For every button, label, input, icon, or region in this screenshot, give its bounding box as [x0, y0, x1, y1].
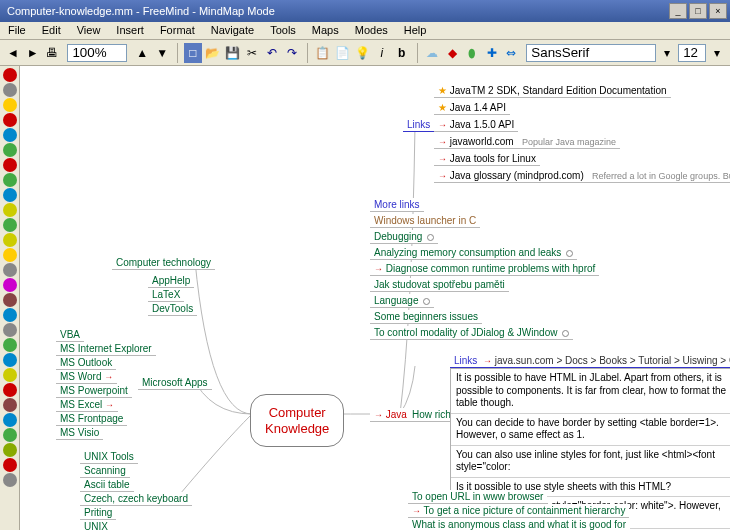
menu-format[interactable]: Format	[152, 22, 203, 39]
back-icon[interactable]: ◄	[4, 43, 22, 63]
side-icon-20[interactable]	[3, 368, 17, 382]
side-icon-11[interactable]	[3, 233, 17, 247]
print-icon[interactable]: 🖶	[44, 43, 62, 63]
menu-file[interactable]: File	[0, 22, 34, 39]
side-icon-0[interactable]	[3, 68, 17, 82]
node-item[interactable]: AppHelp	[148, 274, 194, 288]
side-icon-10[interactable]	[3, 218, 17, 232]
node-item[interactable]: Czech, czech keyboard	[80, 492, 192, 506]
menu-view[interactable]: View	[69, 22, 109, 39]
side-icon-22[interactable]	[3, 398, 17, 412]
node-item[interactable]: UNIX	[80, 520, 112, 530]
node-item[interactable]: Priting	[80, 506, 116, 520]
side-icon-18[interactable]	[3, 338, 17, 352]
side-icon-19[interactable]	[3, 353, 17, 367]
font-select[interactable]	[526, 44, 656, 62]
links-heading[interactable]: Links	[403, 118, 434, 132]
side-icon-7[interactable]	[3, 173, 17, 187]
node-item[interactable]: MS Excel →	[56, 398, 118, 412]
menu-help[interactable]: Help	[396, 22, 435, 39]
htmlrich-links-h[interactable]: Links → java.sun.com > Docs > Books > Tu…	[450, 354, 730, 368]
node-item[interactable]: Windows launcher in C	[370, 214, 480, 228]
side-icon-27[interactable]	[3, 473, 17, 487]
node-item[interactable]: → To get a nice picture of containment h…	[408, 504, 629, 518]
open-icon[interactable]: 📂	[204, 43, 222, 63]
side-icon-5[interactable]	[3, 143, 17, 157]
root-node[interactable]: ComputerKnowledge	[250, 394, 344, 447]
side-icon-3[interactable]	[3, 113, 17, 127]
paste-icon[interactable]: 📄	[333, 43, 351, 63]
expand-icon[interactable]: ⇔	[503, 43, 521, 63]
bold-icon[interactable]: b	[393, 43, 411, 63]
side-icon-25[interactable]	[3, 443, 17, 457]
side-icon-12[interactable]	[3, 248, 17, 262]
node-item[interactable]: Scanning	[80, 464, 130, 478]
side-icon-15[interactable]	[3, 293, 17, 307]
zoom-down-icon[interactable]: ▼	[153, 43, 171, 63]
node-item[interactable]: LaTeX	[148, 288, 184, 302]
side-icon-16[interactable]	[3, 308, 17, 322]
idea-icon[interactable]: 💡	[353, 43, 371, 63]
side-icon-6[interactable]	[3, 158, 17, 172]
font-size-input[interactable]	[678, 44, 706, 62]
side-icon-1[interactable]	[3, 83, 17, 97]
font-dropdown-icon[interactable]: ▾	[658, 43, 676, 63]
font-size-dropdown-icon[interactable]: ▾	[708, 43, 726, 63]
link-item[interactable]: ★ JavaTM 2 SDK, Standard Edition Documen…	[434, 84, 671, 98]
node-item[interactable]: Language	[370, 294, 434, 308]
italic-icon[interactable]: i	[373, 43, 391, 63]
zoom-input[interactable]	[67, 44, 127, 62]
maximize-button[interactable]: □	[689, 3, 707, 19]
close-button[interactable]: ×	[709, 3, 727, 19]
node-item[interactable]: MS Internet Explorer	[56, 342, 156, 356]
node-item[interactable]: UNIX Tools	[80, 450, 138, 464]
side-icon-21[interactable]	[3, 383, 17, 397]
node-item[interactable]: To control modality of JDialog & JWindow	[370, 326, 573, 340]
link-item[interactable]: → Java glossary (mindprod.com) Referred …	[434, 169, 730, 183]
zoom-up-icon[interactable]: ▲	[133, 43, 151, 63]
link-item[interactable]: → Java 1.5.0 API	[434, 118, 518, 132]
side-icon-4[interactable]	[3, 128, 17, 142]
menu-maps[interactable]: Maps	[304, 22, 347, 39]
side-icon-9[interactable]	[3, 203, 17, 217]
side-icon-13[interactable]	[3, 263, 17, 277]
node-item[interactable]: Ascii table	[80, 478, 134, 492]
menu-navigate[interactable]: Navigate	[203, 22, 262, 39]
node-icon[interactable]: ⬮	[463, 43, 481, 63]
menu-tools[interactable]: Tools	[262, 22, 304, 39]
link-item[interactable]: → javaworld.com Popular Java magazine	[434, 135, 620, 149]
plus-icon[interactable]: ✚	[483, 43, 501, 63]
node-item[interactable]: What is anonymous class and what it is g…	[408, 518, 630, 530]
new-icon[interactable]: □	[184, 43, 202, 63]
link-item[interactable]: → Java tools for Linux	[434, 152, 540, 166]
minimize-button[interactable]: _	[669, 3, 687, 19]
menubar[interactable]: FileEditViewInsertFormatNavigateToolsMap…	[0, 22, 730, 40]
node-computer-technology[interactable]: Computer technology	[112, 256, 215, 270]
mindmap-canvas[interactable]: ComputerKnowledge Computer technology Ap…	[20, 66, 730, 530]
node-microsoft-apps[interactable]: Microsoft Apps	[138, 376, 212, 390]
cloud-icon[interactable]: ☁	[423, 43, 441, 63]
node-item[interactable]: Debugging	[370, 230, 438, 244]
undo-icon[interactable]: ↶	[263, 43, 281, 63]
node-item[interactable]: MS Outlook	[56, 356, 116, 370]
side-icon-8[interactable]	[3, 188, 17, 202]
side-icon-23[interactable]	[3, 413, 17, 427]
side-icon-17[interactable]	[3, 323, 17, 337]
node-item[interactable]: More links	[370, 198, 424, 212]
color-icon[interactable]: ◆	[443, 43, 461, 63]
link-item[interactable]: ★ Java 1.4 API	[434, 101, 510, 115]
side-icon-14[interactable]	[3, 278, 17, 292]
node-item[interactable]: Some beginners issues	[370, 310, 482, 324]
forward-icon[interactable]: ►	[24, 43, 42, 63]
save-icon[interactable]: 💾	[223, 43, 241, 63]
node-item[interactable]: To open URL in www browser	[408, 490, 547, 504]
node-item[interactable]: → Diagnose common runtime problems with …	[370, 262, 599, 276]
node-item[interactable]: VBA	[56, 328, 84, 342]
node-item[interactable]: MS Word →	[56, 370, 117, 384]
node-item[interactable]: Jak studovat spotřebu paměti	[370, 278, 509, 292]
node-java[interactable]: → Java	[370, 408, 411, 422]
copy-icon[interactable]: 📋	[314, 43, 332, 63]
node-item[interactable]: MS Frontpage	[56, 412, 127, 426]
node-item[interactable]: DevTools	[148, 302, 197, 316]
side-icon-2[interactable]	[3, 98, 17, 112]
